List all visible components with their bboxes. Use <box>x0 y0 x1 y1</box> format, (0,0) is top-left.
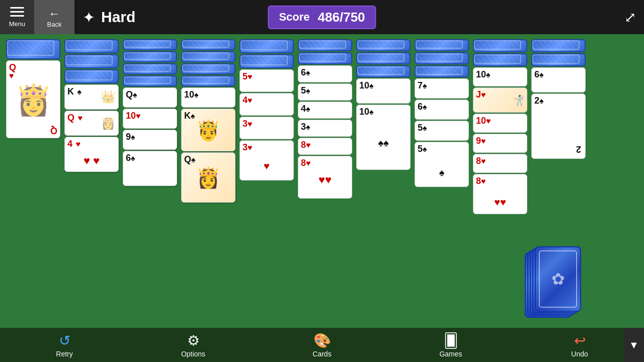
back-label: Back <box>47 21 62 28</box>
card-face[interactable]: 8♥ <box>473 154 527 173</box>
retry-button[interactable]: ↺ Retry <box>0 328 129 362</box>
options-button[interactable]: ⚙ Options <box>129 328 258 362</box>
card-face[interactable]: 9♠ <box>123 130 177 150</box>
card-back[interactable] <box>239 39 294 53</box>
card-face[interactable]: 4♠ <box>298 102 352 119</box>
card-suit: ♥ <box>136 112 141 120</box>
card-back[interactable] <box>415 52 469 64</box>
toolbar: ↺ Retry ⚙ Options 🎨 Cards 🂠 Games ↩ Undo… <box>0 328 644 362</box>
card-back[interactable] <box>123 63 177 74</box>
card-back[interactable] <box>6 39 60 59</box>
game-area: Q ♥ 👸 Q K ♠ 👑 Q ♥ 👸 4 ♥ ♥ ♥ <box>0 34 644 328</box>
card-back[interactable] <box>531 53 586 66</box>
card-back[interactable] <box>356 39 411 51</box>
card-rank: 5 <box>301 85 306 96</box>
card-rank: 6 <box>301 67 306 77</box>
card-suit: ♥ <box>248 143 253 152</box>
card-face[interactable]: J♥ 🤺 <box>473 87 527 113</box>
card-back[interactable] <box>356 65 411 77</box>
card-face[interactable]: 4 ♥ ♥ ♥ <box>64 137 119 172</box>
card-back[interactable] <box>64 69 119 83</box>
card-face[interactable]: 2♠ 2 <box>531 94 586 159</box>
card-rank: 10 <box>184 89 194 100</box>
card-suit: ♥ <box>248 72 253 81</box>
card-face[interactable]: Q♠ 👸 <box>181 152 235 203</box>
options-label: Options <box>181 350 205 358</box>
card-back[interactable] <box>123 75 177 86</box>
card-suit: ♠ <box>539 70 544 79</box>
card-suit: ♠ <box>131 133 135 141</box>
card-face[interactable]: K♠ 🤴 <box>181 109 235 151</box>
card-face[interactable]: 3♥ <box>239 117 294 139</box>
fullscreen-button[interactable]: ⤢ <box>624 9 636 26</box>
column-10: 6♠ 2♠ 2 <box>531 39 588 159</box>
card-back[interactable] <box>298 39 352 51</box>
card-face[interactable]: 6♠ <box>123 151 177 186</box>
card-back[interactable] <box>356 52 411 64</box>
card-back[interactable] <box>239 54 294 68</box>
card-suit: ♥ <box>248 96 253 105</box>
games-button[interactable]: 🂠 Games <box>386 328 515 362</box>
card-face[interactable]: 4♥ <box>239 93 294 116</box>
card-face[interactable]: 10♥ <box>473 114 527 133</box>
card-face[interactable]: 10♠ <box>473 67 527 86</box>
card-face[interactable]: 9♥ <box>473 134 527 153</box>
card-face[interactable]: 10♠ <box>356 78 411 104</box>
card-suit: ♥ <box>481 137 486 145</box>
retry-label: Retry <box>56 350 72 358</box>
scroll-indicator[interactable]: ▼ <box>624 328 644 362</box>
card-back[interactable] <box>298 52 352 64</box>
back-button[interactable]: ← Back <box>34 0 74 34</box>
card-back[interactable] <box>415 39 469 51</box>
stock-pile[interactable]: ✿ <box>525 252 571 318</box>
card-back[interactable] <box>181 39 235 50</box>
card-suit: ♠ <box>191 155 196 164</box>
card-suit: ♥ <box>306 159 311 167</box>
card-face[interactable]: Q ♥ 👸 <box>64 111 119 136</box>
card-face[interactable]: 8♥ <box>298 138 352 155</box>
card-face[interactable]: 7♠ <box>415 78 469 99</box>
card-face[interactable]: 5♠ <box>298 83 352 101</box>
card-back[interactable] <box>64 39 119 53</box>
card-back[interactable] <box>181 51 235 62</box>
card-face[interactable]: 10♥ <box>123 109 177 129</box>
card-rank: 3 <box>243 142 248 152</box>
card-back[interactable] <box>531 39 586 52</box>
card-suit: ♠ <box>306 86 310 95</box>
menu-button[interactable]: Menu <box>0 0 34 34</box>
card-back[interactable] <box>415 65 469 77</box>
card-back[interactable] <box>64 54 119 68</box>
card-back[interactable] <box>123 39 177 50</box>
card-face[interactable]: Q ♥ 👸 Q <box>6 60 60 138</box>
cards-button[interactable]: 🎨 Cards <box>258 328 386 362</box>
card-face[interactable]: 6♠ <box>531 67 586 93</box>
card-face[interactable]: 8♥ ♥♥ <box>298 156 352 199</box>
card-back[interactable] <box>473 39 527 52</box>
card-face[interactable]: 5♥ <box>239 69 294 92</box>
card-face[interactable]: 6♠ <box>298 65 352 82</box>
back-arrow-icon: ← <box>48 7 60 21</box>
card-face[interactable]: 3♠ <box>298 120 352 137</box>
card-face[interactable]: 5♠ ♠ <box>415 142 469 187</box>
card-face[interactable]: 10♠ ♠♠ <box>356 105 411 170</box>
card-rank: Q <box>126 89 133 100</box>
card-rank: 8 <box>301 140 306 150</box>
card-rank: 10 <box>476 116 486 126</box>
card-face[interactable]: 6♠ <box>415 100 469 120</box>
card-face[interactable]: 3♥ ♥ <box>239 140 294 180</box>
card-back[interactable] <box>181 75 235 86</box>
hamburger-icon <box>10 7 24 9</box>
card-back[interactable] <box>181 63 235 74</box>
card-back[interactable] <box>473 53 527 66</box>
card-face[interactable]: Q♠ <box>123 87 177 108</box>
card-rank: 10 <box>359 107 369 117</box>
card-rank: 5 <box>418 144 423 154</box>
card-suit: ♥ <box>248 120 253 128</box>
column-3: Q♠ 10♥ 9♠ 6♠ <box>123 39 179 186</box>
card-face[interactable]: K ♠ 👑 <box>64 84 119 110</box>
card-face[interactable]: 10♠ <box>181 87 235 108</box>
card-back[interactable] <box>123 51 177 62</box>
card-face[interactable]: 8♥ ♥♥ <box>473 174 527 214</box>
card-suit: ♥ <box>486 117 491 125</box>
card-face[interactable]: 5♠ <box>415 121 469 141</box>
